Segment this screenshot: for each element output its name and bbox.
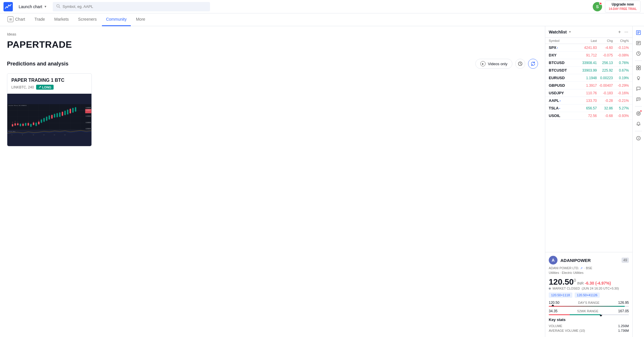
week52-range-label: 52WK RANGE bbox=[577, 309, 598, 313]
wl-last: 91.712 bbox=[575, 53, 597, 57]
upgrade-button[interactable]: Upgrade now 14-DAY FREE TRIAL bbox=[605, 1, 641, 13]
detail-tag-1[interactable]: 120.50×1118 bbox=[549, 292, 572, 298]
detail-icon: A bbox=[549, 256, 557, 265]
page-title: PAPERTRADE bbox=[7, 39, 538, 50]
navbar: ▤ Chart Trade Markets Screeners Communit… bbox=[0, 13, 644, 26]
rt-chat-btn[interactable] bbox=[634, 84, 643, 93]
svg-point-97 bbox=[637, 99, 638, 99]
svg-rect-95 bbox=[639, 68, 641, 70]
wl-symbol: TSLA• bbox=[549, 106, 575, 110]
avg-volume-value: 1.736M bbox=[618, 329, 629, 332]
watchlist-row[interactable]: DXY 91.712 -0.075 -0.08% bbox=[545, 52, 632, 59]
svg-rect-51 bbox=[57, 113, 58, 117]
videos-only-button[interactable]: ▶ Videos only bbox=[475, 59, 512, 69]
watchlist-row[interactable]: BTCUSDT 33903.99 225.92 0.67% bbox=[545, 67, 632, 74]
section-actions: ▶ Videos only bbox=[475, 59, 538, 69]
card-header: PAPER TRADING 1 BTC LINKBTC, 240 ↗ LONG bbox=[7, 74, 91, 94]
rt-lightbulb-btn[interactable] bbox=[634, 74, 643, 83]
logo[interactable] bbox=[3, 2, 13, 11]
detail-currency: INR bbox=[577, 281, 583, 285]
wl-symbol: BTCUSDT bbox=[549, 68, 575, 72]
clock-button[interactable] bbox=[515, 59, 525, 69]
market-closed-dot bbox=[549, 288, 551, 290]
detail-price: 120.500 bbox=[549, 277, 576, 287]
rt-separator-1 bbox=[635, 61, 642, 61]
rt-bell-btn[interactable] bbox=[634, 119, 643, 129]
chevron-down-icon: ▼ bbox=[44, 5, 47, 8]
wl-last: 656.57 bbox=[575, 106, 597, 110]
col-symbol-header: Symbol bbox=[549, 39, 575, 42]
avg-volume-label: AVERAGE VOLUME (10) bbox=[549, 329, 585, 332]
rt-grid-btn[interactable] bbox=[634, 63, 643, 72]
detail-name: ADANIPOWER bbox=[560, 258, 619, 263]
watchlist-row[interactable]: EURUSD 1.1948 0.00223 0.19% bbox=[545, 74, 632, 82]
chart-icon: ▤ bbox=[8, 16, 13, 22]
range-arrow bbox=[551, 304, 554, 306]
wl-dot: • bbox=[559, 107, 560, 110]
wl-chgpct: 0.76% bbox=[613, 61, 629, 65]
nav-item-community[interactable]: Community bbox=[102, 13, 131, 26]
search-bar[interactable] bbox=[53, 2, 210, 11]
week52-range-bar bbox=[549, 314, 629, 315]
day-range-high: 126.95 bbox=[618, 301, 629, 305]
watchlist-row[interactable]: USDJPY 110.76 -0.183 -0.16% bbox=[545, 89, 632, 97]
refresh-button[interactable] bbox=[528, 59, 538, 69]
rt-radio-btn[interactable] bbox=[634, 109, 643, 118]
wl-symbol: USOIL bbox=[549, 113, 575, 118]
wl-last: 72.56 bbox=[575, 114, 597, 118]
svg-text:FS (14, Stoc): FS (14, Stoc) bbox=[8, 131, 15, 132]
nav-item-trade[interactable]: Trade bbox=[30, 13, 49, 26]
watchlist-title-row[interactable]: Watchlist ▼ bbox=[549, 30, 571, 34]
search-icon bbox=[56, 4, 60, 9]
svg-rect-17 bbox=[12, 124, 13, 126]
watchlist-row[interactable]: GBPUSD 1.3917 -0.00407 -0.29% bbox=[545, 82, 632, 89]
cards-grid: PAPER TRADING 1 BTC LINKBTC, 240 ↗ LONG bbox=[7, 73, 538, 146]
wl-chgpct: -0.16% bbox=[613, 91, 629, 95]
watchlist-row[interactable]: AAPL• 133.70 -0.28 -0.21% bbox=[545, 97, 632, 104]
rt-chat2-btn[interactable] bbox=[634, 95, 643, 104]
svg-rect-57 bbox=[64, 111, 66, 115]
watchlist-row[interactable]: TSLA• 656.57 32.86 5.27% bbox=[545, 104, 632, 112]
right-toolbar: ? bbox=[632, 26, 644, 337]
svg-rect-45 bbox=[49, 116, 50, 119]
search-input[interactable] bbox=[63, 4, 207, 9]
key-stats-avgvol-row: AVERAGE VOLUME (10) 1.736M bbox=[549, 329, 629, 332]
wl-chg: -0.28 bbox=[597, 99, 613, 103]
rt-help-btn[interactable]: ? bbox=[634, 134, 643, 143]
nav-item-more[interactable]: More bbox=[132, 13, 149, 26]
watchlist-row[interactable]: USOIL 72.56 -0.68 -0.93% bbox=[545, 112, 632, 120]
svg-rect-27 bbox=[25, 123, 27, 126]
rt-watchlist-btn[interactable] bbox=[634, 28, 643, 37]
svg-rect-63 bbox=[72, 108, 74, 113]
day-range: 120.50 DAY'S RANGE 126.95 bbox=[549, 301, 629, 307]
idea-card[interactable]: PAPER TRADING 1 BTC LINKBTC, 240 ↗ LONG bbox=[7, 73, 92, 146]
nav-item-screeners[interactable]: Screeners bbox=[74, 13, 101, 26]
rt-news-btn[interactable] bbox=[634, 38, 643, 48]
svg-rect-61 bbox=[70, 109, 71, 113]
svg-text:16: 16 bbox=[64, 134, 66, 136]
week52-range-fill bbox=[549, 314, 601, 315]
rt-clock-btn[interactable] bbox=[634, 49, 643, 58]
volume-label: VOLUME bbox=[549, 324, 562, 328]
launch-chart-button[interactable]: Launch chart ▼ bbox=[16, 3, 50, 11]
nav-item-markets[interactable]: Markets bbox=[50, 13, 73, 26]
svg-rect-53 bbox=[59, 113, 61, 117]
wl-chgpct: 0.67% bbox=[613, 68, 629, 72]
svg-point-98 bbox=[638, 99, 639, 99]
watchlist-row[interactable]: BTCUSD 33908.41 256.13 0.76% bbox=[545, 59, 632, 67]
wl-symbol: AAPL• bbox=[549, 98, 575, 103]
external-link-icon[interactable]: ↗ bbox=[580, 267, 583, 270]
watchlist-more-button[interactable]: ··· bbox=[624, 29, 629, 35]
avatar[interactable]: S bbox=[593, 2, 602, 11]
day-range-fill bbox=[549, 306, 625, 307]
volume-value: 1.256M bbox=[618, 324, 629, 328]
watchlist-add-button[interactable]: + bbox=[617, 29, 621, 35]
day-range-label: DAY'S RANGE bbox=[578, 301, 599, 304]
breadcrumb[interactable]: Ideas bbox=[7, 32, 538, 36]
wl-last: 33908.41 bbox=[575, 61, 597, 65]
nav-item-chart[interactable]: ▤ Chart bbox=[3, 13, 29, 26]
detail-tag-2[interactable]: 120.50×41126 bbox=[575, 292, 600, 298]
svg-text:14: 14 bbox=[54, 134, 55, 136]
watchlist-row[interactable]: SPX• 4241.83 -4.60 -0.11% bbox=[545, 44, 632, 52]
svg-rect-93 bbox=[639, 66, 641, 68]
